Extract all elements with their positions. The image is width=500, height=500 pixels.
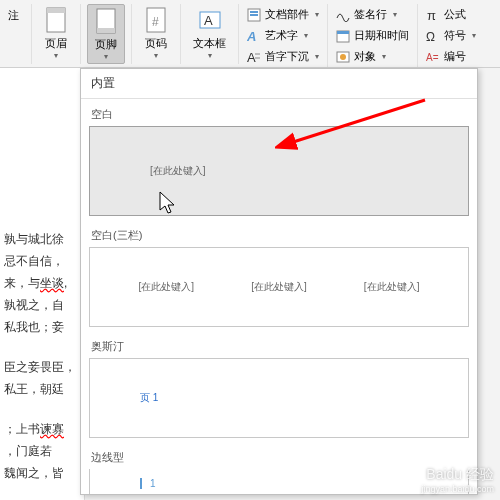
gallery-item-austin[interactable]: 页 1 xyxy=(89,358,469,438)
gallery-item-blank[interactable]: [在此处键入] xyxy=(89,126,469,216)
number-button[interactable]: A= 编号 xyxy=(424,48,478,65)
textbox-button[interactable]: A 文本框▾ xyxy=(187,4,232,62)
doc-line: 私我也；妾 xyxy=(4,316,80,338)
document-body: 孰与城北徐 忌不自信， 来，与坐谈, 孰视之，自 私我也；妾 臣之妾畏臣， 私王… xyxy=(0,68,85,500)
svg-rect-16 xyxy=(337,31,349,34)
svg-point-18 xyxy=(340,54,346,60)
dropcap-button[interactable]: A 首字下沉▾ xyxy=(245,48,321,65)
wordart-button[interactable]: A 艺术字▾ xyxy=(245,27,321,44)
doc-line: 来，与坐谈, xyxy=(4,272,80,294)
dropcap-icon: A xyxy=(247,50,261,64)
svg-text:#: # xyxy=(152,15,159,29)
ribbon-toolbar: 注 页眉▾ 页脚▾ # 页码▾ A 文本框▾ 文档部件▾ A 艺术字▾ xyxy=(0,0,500,68)
page-indicator: 1 xyxy=(140,478,156,489)
signature-button[interactable]: 签名行▾ xyxy=(334,6,411,23)
page-indicator: 页 1 xyxy=(140,391,158,405)
omega-icon: Ω xyxy=(426,29,440,43)
gallery-label-edgeline: 边线型 xyxy=(89,446,469,469)
pagenum-icon: # xyxy=(144,6,168,34)
page-footer-icon xyxy=(94,7,118,35)
svg-rect-3 xyxy=(97,28,115,33)
doc-line: ，门庭若 xyxy=(4,440,80,462)
svg-rect-10 xyxy=(250,14,258,16)
pi-icon: π xyxy=(426,8,440,22)
svg-rect-9 xyxy=(250,11,258,13)
svg-text:Ω: Ω xyxy=(426,30,435,43)
doc-line: 忌不自信， xyxy=(4,250,80,272)
textbox-icon: A xyxy=(198,6,222,34)
svg-text:A: A xyxy=(247,50,256,64)
calendar-icon xyxy=(336,29,350,43)
docparts-icon xyxy=(247,8,261,22)
note-frag: 注 xyxy=(2,4,25,25)
symbol-button[interactable]: Ω 符号▾ xyxy=(424,27,478,44)
wordart-icon: A xyxy=(247,29,261,43)
svg-text:A=: A= xyxy=(426,52,439,63)
doc-line: 魏闻之，皆 xyxy=(4,462,80,484)
svg-rect-1 xyxy=(47,8,65,13)
svg-text:A: A xyxy=(204,13,213,28)
gallery-item-edgeline[interactable]: 1 xyxy=(89,469,469,494)
footer-button[interactable]: 页脚▾ xyxy=(87,4,125,64)
dropdown-body[interactable]: 空白 [在此处键入] 空白(三栏) [在此处键入] [在此处键入] [在此处键入… xyxy=(81,99,477,494)
gallery-label-blank: 空白 xyxy=(89,103,469,126)
svg-text:π: π xyxy=(427,8,436,22)
doc-line: 私王，朝廷 xyxy=(4,378,80,400)
doc-line: 臣之妾畏臣， xyxy=(4,356,80,378)
gallery-label-blank3: 空白(三栏) xyxy=(89,224,469,247)
page-header-icon xyxy=(44,6,68,34)
placeholder-text: [在此处键入] xyxy=(150,164,206,178)
dropdown-header: 内置 xyxy=(81,69,477,99)
datetime-button[interactable]: 日期和时间 xyxy=(334,27,411,44)
placeholder-text: [在此处键入] xyxy=(139,280,195,294)
doc-line: ；上书谏寡 xyxy=(4,418,80,440)
doc-line: 孰与城北徐 xyxy=(4,228,80,250)
gallery-item-blank3[interactable]: [在此处键入] [在此处键入] [在此处键入] xyxy=(89,247,469,327)
pagenum-button[interactable]: # 页码▾ xyxy=(138,4,174,62)
equation-button[interactable]: π 公式 xyxy=(424,6,478,23)
footer-gallery-dropdown: 内置 空白 [在此处键入] 空白(三栏) [在此处键入] [在此处键入] [在此… xyxy=(80,68,478,495)
object-icon xyxy=(336,50,350,64)
object-button[interactable]: 对象▾ xyxy=(334,48,411,65)
placeholder-text: [在此处键入] xyxy=(364,280,420,294)
gallery-label-austin: 奥斯汀 xyxy=(89,335,469,358)
doc-line: 孰视之，自 xyxy=(4,294,80,316)
number-icon: A= xyxy=(426,50,440,64)
signature-icon xyxy=(336,8,350,22)
header-button[interactable]: 页眉▾ xyxy=(38,4,74,62)
svg-text:A: A xyxy=(247,29,256,43)
watermark: Baidu 经验 jingyan.baidu.com xyxy=(421,466,494,494)
docparts-button[interactable]: 文档部件▾ xyxy=(245,6,321,23)
placeholder-text: [在此处键入] xyxy=(251,280,307,294)
